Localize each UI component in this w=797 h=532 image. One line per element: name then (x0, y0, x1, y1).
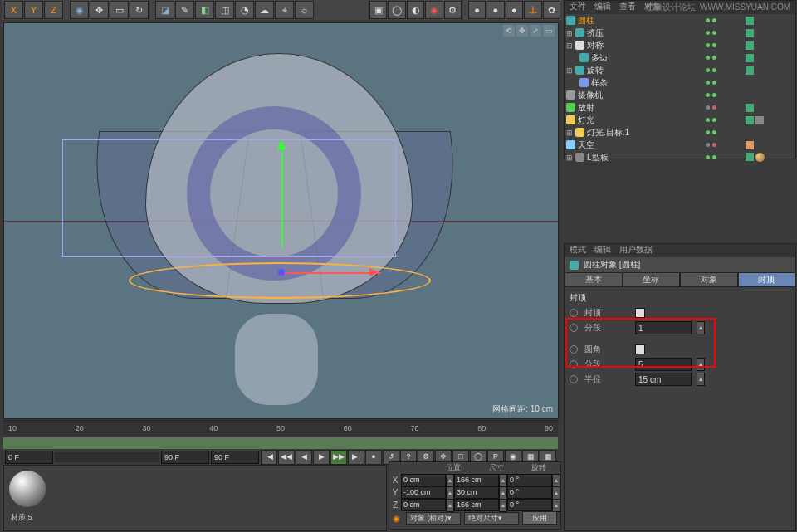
object-row[interactable]: 样条 (565, 76, 795, 89)
object-row[interactable]: 圆柱 (565, 14, 795, 27)
om-menu-view[interactable]: 查看 (619, 1, 636, 14)
model-foot (235, 314, 318, 405)
sphere2-icon[interactable]: ● (487, 1, 504, 19)
attr-menu-mode[interactable]: 模式 (570, 244, 586, 257)
object-row[interactable]: ⊞灯光.目标.1 (565, 126, 795, 139)
move-tool-icon[interactable]: ✥ (90, 1, 109, 19)
light-icon[interactable]: ☼ (295, 1, 314, 19)
material-preview[interactable]: 材质.5 (4, 466, 51, 523)
object-row[interactable]: ⊞挤压 (565, 27, 795, 39)
size-input[interactable] (454, 474, 499, 486)
attr-menu-userdata[interactable]: 用户数据 (619, 244, 653, 257)
object-row[interactable]: 灯光 (565, 114, 795, 126)
axis-y-icon[interactable]: Y (24, 1, 43, 19)
render-half-icon[interactable]: ◐ (407, 1, 424, 19)
om-menu-edit[interactable]: 编辑 (594, 1, 611, 14)
object-row[interactable]: ⊞旋转 (565, 64, 795, 76)
camera-icon[interactable]: ⌖ (275, 1, 294, 19)
material-label: 材质.5 (11, 512, 51, 523)
object-row[interactable]: 放射 (565, 101, 795, 114)
object-row[interactable]: ⊞L型板 (565, 151, 795, 164)
playback-button[interactable]: ◀ (296, 450, 312, 465)
tab-object[interactable]: 对象 (680, 272, 738, 287)
hdr-rotation: 旋转 (518, 462, 561, 474)
array-icon[interactable]: ◫ (215, 1, 234, 19)
coord-mode-dropdown[interactable]: 对象 (相对) ▾ (406, 512, 461, 525)
gizmo-y-axis[interactable] (281, 148, 283, 247)
primitive-icon[interactable]: ◪ (155, 1, 174, 19)
coord-size-mode-dropdown[interactable]: 绝对尺寸 ▾ (464, 512, 519, 525)
attr-row-半径: 半径▴ (570, 372, 790, 387)
playback-button[interactable]: ▶| (348, 450, 364, 465)
rot-input[interactable] (507, 499, 552, 511)
3d-viewport[interactable]: ⟲ ✥ ⤢ ▭ 网格间距: 10 cm (3, 22, 559, 419)
playback-button[interactable]: ▶ (313, 450, 330, 465)
pos-input[interactable] (401, 486, 446, 499)
value-input[interactable] (635, 373, 692, 386)
globe-icon[interactable]: ◉ (70, 1, 89, 19)
gizmo-x-arrow-icon[interactable] (369, 268, 379, 276)
playback-button[interactable]: ● (365, 450, 382, 465)
object-row[interactable]: 摄像机 (565, 89, 795, 101)
attr-tabs: 基本 坐标 对象 封顶 (565, 272, 795, 287)
playback-button[interactable]: ▶▶ (330, 450, 347, 465)
sphere1-icon[interactable]: ● (468, 1, 486, 19)
object-row[interactable]: 天空 (565, 139, 795, 151)
attr-menu-edit[interactable]: 编辑 (594, 244, 611, 257)
object-row[interactable]: ⊟对称 (565, 39, 795, 51)
pen-icon[interactable]: ✎ (175, 1, 194, 19)
coord-record-icon[interactable]: ◉ (393, 514, 403, 523)
sphere3-icon[interactable]: ● (506, 1, 523, 19)
playback-button[interactable]: ◀◀ (278, 450, 295, 465)
tab-coord[interactable]: 坐标 (623, 272, 681, 287)
viewport-grid-status: 网格间距: 10 cm (492, 403, 553, 415)
attr-object-title: 圆柱对象 [圆柱] (565, 257, 795, 272)
coord-apply-button[interactable]: 应用 (522, 511, 557, 525)
om-menu-file[interactable]: 文件 (570, 1, 586, 14)
attr-title-text: 圆柱对象 [圆柱] (584, 259, 640, 271)
object-row[interactable]: 多边 (565, 51, 795, 64)
coordinate-manager: 位置 尺寸 旋转 X▴▴▴Y▴▴▴Z▴▴▴ ◉ 对象 (相对) ▾ 绝对尺寸 ▾… (389, 461, 561, 530)
hdr-size: 尺寸 (475, 462, 518, 474)
plugin-icon[interactable]: ✿ (543, 1, 560, 19)
timeline-cur-field[interactable] (161, 451, 209, 464)
timeline-start-field[interactable] (5, 451, 53, 464)
attr-menu: 模式 编辑 用户数据 (565, 244, 795, 257)
timeline-ruler[interactable]: 102030405060708090 (3, 421, 558, 436)
timeline-scrub[interactable] (55, 452, 159, 462)
axis-x-icon[interactable]: X (4, 1, 23, 19)
timeline-range-slider[interactable] (3, 437, 558, 449)
scale-tool-icon[interactable]: ▭ (110, 1, 129, 19)
deformer-icon[interactable]: ◔ (235, 1, 254, 19)
pos-input[interactable] (401, 499, 446, 511)
gizmo-origin[interactable] (278, 269, 285, 276)
material-ball-icon (9, 471, 46, 507)
scene-content (4, 23, 558, 418)
spinner[interactable]: ▴ (697, 373, 705, 386)
rot-input[interactable] (507, 486, 552, 499)
tab-basic[interactable]: 基本 (565, 272, 623, 287)
render-active-icon[interactable]: ◯ (388, 1, 405, 19)
playback-button[interactable]: |◀ (261, 450, 277, 465)
attr-row-封顶: 封顶✓ (570, 305, 790, 320)
render-region-icon[interactable]: ▣ (369, 1, 387, 19)
tab-caps[interactable]: 封顶 (738, 272, 796, 287)
rotate-tool-icon[interactable]: ↻ (130, 1, 149, 19)
axis-z-icon[interactable]: Z (44, 1, 63, 19)
coord-icon[interactable] (524, 1, 541, 19)
environment-icon[interactable]: ☁ (255, 1, 274, 19)
render-picture-icon[interactable]: ◉ (425, 1, 443, 19)
timeline-end-field[interactable] (211, 451, 259, 464)
rot-input[interactable] (507, 474, 552, 486)
size-input[interactable] (454, 499, 499, 511)
watermark: 思缘设计论坛 WWW.MISSYUAN.COM (646, 2, 790, 13)
size-input[interactable] (454, 486, 499, 499)
hdr-position: 位置 (433, 462, 476, 474)
extrude-icon[interactable]: ◧ (195, 1, 214, 19)
gizmo-x-axis[interactable] (281, 272, 381, 274)
object-tree[interactable]: 圆柱⊞挤压⊟对称多边⊞旋转样条摄像机放射灯光⊞灯光.目标.1天空⊞L型板 (565, 14, 795, 164)
checkbox[interactable]: ✓ (635, 308, 645, 318)
gizmo-y-arrow-icon[interactable] (277, 139, 286, 149)
pos-input[interactable] (401, 474, 446, 486)
render-settings-icon[interactable]: ⚙ (444, 1, 462, 19)
